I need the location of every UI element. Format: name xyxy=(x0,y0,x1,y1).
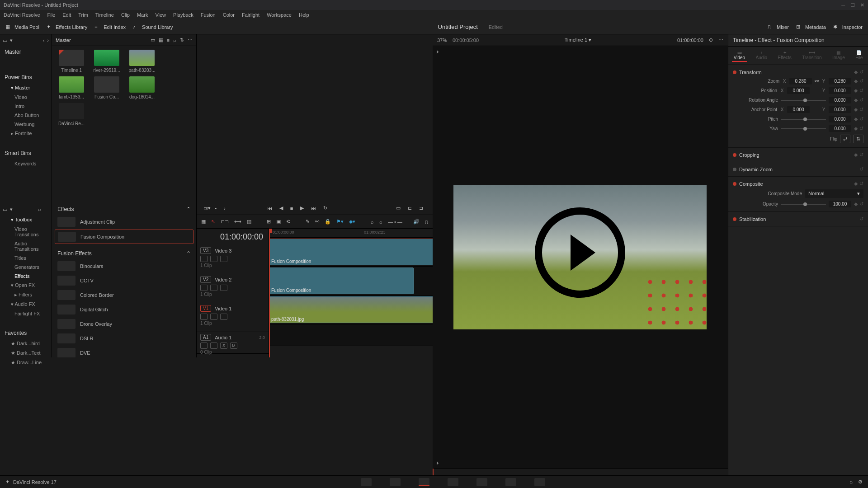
inspector-tab-file[interactable]: 📄File xyxy=(854,49,864,62)
link-icon[interactable]: ⚯ xyxy=(315,219,319,225)
audiofx-header[interactable]: ▾ Audio FX xyxy=(0,300,52,309)
stop-icon[interactable]: ■ xyxy=(290,206,293,211)
keyframe-icon[interactable]: ◆ xyxy=(854,78,858,84)
openfx-header[interactable]: ▾ Open FX xyxy=(0,281,52,290)
effect-dslr[interactable]: DSLR xyxy=(55,332,193,345)
tree-titles[interactable]: Titles xyxy=(0,253,52,263)
media-item[interactable]: river-29519... xyxy=(91,50,123,73)
reset-icon[interactable]: ↺ xyxy=(859,97,863,103)
insert-icon[interactable]: ⊞ xyxy=(267,219,271,225)
keyframe-icon[interactable]: ◆ xyxy=(854,107,858,113)
track-lock-icon[interactable] xyxy=(200,343,208,349)
effect-cctv[interactable]: CCTV xyxy=(55,274,193,287)
view-list-icon[interactable]: ≡ xyxy=(167,38,170,43)
reset-icon[interactable]: ↺ xyxy=(859,126,863,131)
tree-filters[interactable]: ▸ Filters xyxy=(0,290,52,300)
go-in-icon[interactable]: ⏵ xyxy=(435,49,440,54)
track-mute-icon[interactable]: M xyxy=(230,343,237,349)
fav-item[interactable]: ★ Dark...Text xyxy=(0,348,52,358)
dim-icon[interactable]: ⎍ xyxy=(425,219,428,225)
reset-icon[interactable]: ↺ xyxy=(859,107,863,113)
page-media[interactable] xyxy=(361,478,372,486)
menu-edit[interactable]: Edit xyxy=(62,12,71,18)
rotation-input[interactable]: 0.000 xyxy=(829,97,851,103)
bypass-icon[interactable]: ▭▾ xyxy=(203,205,211,211)
page-color[interactable] xyxy=(476,478,487,486)
search-icon[interactable]: ⌕ xyxy=(38,206,41,212)
tree-fairlightfx[interactable]: Fairlight FX xyxy=(0,309,52,318)
zoom-slider[interactable]: — • — xyxy=(388,219,402,225)
tree-video-transitions[interactable]: Video Transitions xyxy=(0,225,52,239)
fav-item[interactable]: ★ Dark...hird xyxy=(0,339,52,348)
play-icon[interactable]: ▶ xyxy=(300,205,304,211)
marker-icon[interactable]: ◆▾ xyxy=(349,219,355,225)
composite-mode-select[interactable]: Normal▾ xyxy=(805,189,863,198)
keyframe-icon[interactable]: ◆ xyxy=(854,116,858,122)
sound-library-toggle[interactable]: ♪Sound Library xyxy=(133,24,173,30)
keyframe-icon[interactable]: ◆ xyxy=(854,201,858,207)
media-pool-toggle[interactable]: ▦Media Pool xyxy=(5,24,39,30)
anchor-x-input[interactable]: 0.000 xyxy=(787,106,810,113)
replace-icon[interactable]: ⟲ xyxy=(286,219,290,225)
home-icon[interactable]: ⌂ xyxy=(849,479,853,485)
tree-intro[interactable]: Intro xyxy=(0,102,52,111)
nav-fwd-icon[interactable]: › xyxy=(47,38,49,43)
collapse-icon[interactable]: ⌃ xyxy=(186,206,191,212)
inspector-tab-image[interactable]: ▦Image xyxy=(830,49,847,62)
nav-back-icon[interactable]: ‹ xyxy=(43,38,45,43)
page-fusion[interactable] xyxy=(448,478,458,486)
power-bins-header[interactable]: Power Bins xyxy=(0,71,52,83)
page-deliver[interactable] xyxy=(534,478,545,486)
effect-dve[interactable]: DVE xyxy=(55,346,193,357)
go-out-icon[interactable]: ⏵ xyxy=(435,460,440,465)
track-v2-badge[interactable]: V2 xyxy=(200,276,211,283)
link-icon[interactable]: ⚯ xyxy=(815,78,819,84)
effect-adjustment-clip[interactable]: Adjustment Clip xyxy=(55,215,193,229)
effect-colored-border[interactable]: Colored Border xyxy=(55,288,193,302)
tree-abo[interactable]: Abo Button xyxy=(0,111,52,120)
track-lock-icon[interactable] xyxy=(200,256,208,262)
panel-view-icon[interactable]: ▭ xyxy=(3,206,7,212)
viewer-tc[interactable]: 01:00:00:00 xyxy=(677,38,703,43)
menu-playback[interactable]: Playback xyxy=(173,12,193,18)
dynamic-zoom-section[interactable]: Dynamic Zoom xyxy=(739,167,773,172)
menu-mark[interactable]: Mark xyxy=(137,12,148,18)
go-start-icon[interactable]: ⏮ xyxy=(267,206,272,211)
track-v1-badge[interactable]: V1 xyxy=(200,305,211,312)
inspector-toggle[interactable]: ✱Inspector xyxy=(833,24,863,30)
rotation-slider[interactable] xyxy=(781,100,826,101)
effect-fusion-composition[interactable]: Fusion Composition xyxy=(55,230,193,244)
track-a1-badge[interactable]: A1 xyxy=(200,334,211,341)
lock-icon[interactable]: 🔒 xyxy=(325,219,331,225)
flip-h-button[interactable]: ⇄ xyxy=(840,135,850,143)
smart-bins-header[interactable]: Smart Bins xyxy=(0,147,52,159)
track-mute-icon[interactable] xyxy=(220,256,227,262)
loop-icon[interactable]: ↻ xyxy=(323,205,327,211)
panel-view-icon[interactable]: ▭ xyxy=(3,38,7,43)
media-item[interactable]: lamb-1353... xyxy=(56,76,87,99)
pos-x-input[interactable]: 0.000 xyxy=(787,87,810,94)
chevron-down-icon[interactable]: ▾ xyxy=(10,38,13,43)
track-lock-icon[interactable] xyxy=(200,285,208,291)
media-item[interactable]: dog-18014... xyxy=(126,76,158,99)
inspector-tab-audio[interactable]: ♪Audio xyxy=(754,49,769,62)
track-mute-icon[interactable] xyxy=(220,285,227,291)
close-icon[interactable]: ✕ xyxy=(860,2,864,8)
timeline-timecode[interactable]: 01:00:00:00 xyxy=(197,229,269,245)
menu-view[interactable]: View xyxy=(155,12,166,18)
tree-keywords[interactable]: Keywords xyxy=(0,159,52,168)
yaw-input[interactable]: 0.000 xyxy=(829,125,851,132)
effects-library-toggle[interactable]: ✦Effects Library xyxy=(47,24,87,30)
mixer-toggle[interactable]: ⎍Mixer xyxy=(768,24,789,30)
track-enable-icon[interactable] xyxy=(210,314,217,320)
out-icon[interactable]: ⊐ xyxy=(419,205,423,211)
track-enable-icon[interactable] xyxy=(210,256,217,262)
find-icon[interactable]: ⌕ xyxy=(371,219,374,225)
settings-icon[interactable]: ⚙ xyxy=(858,479,863,485)
page-edit[interactable] xyxy=(419,478,429,486)
effects-category[interactable]: Effects xyxy=(57,206,74,212)
keyframe-icon[interactable]: ◆ xyxy=(854,126,858,131)
viewer-timeline-name[interactable]: Timeline 1 ▾ xyxy=(565,37,591,43)
flip-v-button[interactable]: ⇅ xyxy=(853,135,863,143)
menu-fusion[interactable]: Fusion xyxy=(201,12,216,18)
